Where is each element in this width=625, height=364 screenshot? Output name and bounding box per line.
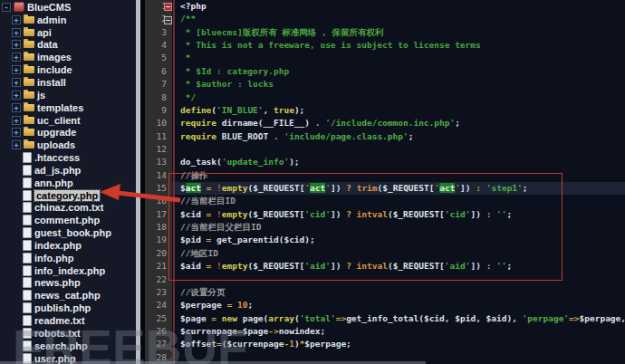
expand-icon[interactable]: + — [12, 78, 21, 87]
expand-icon[interactable]: + — [12, 53, 21, 62]
code-text: //当前栏目父栏目ID — [172, 221, 625, 234]
tree-folder-admin[interactable]: +admin — [0, 14, 136, 26]
code-line[interactable]: 1<?php — [145, 0, 625, 13]
file-icon — [23, 328, 32, 339]
code-editor[interactable]: 1<?php2/**3 * [bluecms]版权所有 标准网络 , 保留所有权… — [145, 0, 625, 364]
tree-file-readme.txt[interactable]: readme.txt — [0, 314, 136, 327]
code-line[interactable]: 17$cid = !empty($_REQUEST['cid']) ? intv… — [145, 208, 625, 221]
code-line[interactable]: 18//当前栏目父栏目ID — [145, 221, 625, 234]
tree-item-label: guest_book.php — [34, 227, 111, 238]
code-line[interactable]: 23//设置分页 — [145, 286, 625, 299]
code-text: require dirname(__FILE__) . '/include/co… — [172, 117, 625, 129]
tree-folder-include[interactable]: +include — [0, 63, 136, 76]
code-text: $act = !empty($_REQUEST['act']) ? trim($… — [172, 182, 625, 195]
tree-file-search.php[interactable]: search.php — [0, 340, 136, 352]
tree-folder-js[interactable]: +js — [0, 89, 136, 101]
tree-file-publish.php[interactable]: publish.php — [0, 302, 136, 314]
tree-file-ann.php[interactable]: ann.php — [0, 177, 136, 189]
file-icon — [23, 253, 32, 263]
code-line[interactable]: 20//地区ID — [145, 247, 625, 260]
tree-folder-api[interactable]: +api — [0, 26, 136, 39]
expand-icon[interactable]: + — [12, 116, 21, 125]
line-number: 13 — [145, 156, 172, 168]
code-line[interactable]: 7 * $author : lucks — [145, 78, 625, 91]
expand-icon[interactable]: + — [12, 40, 21, 49]
expand-icon[interactable]: + — [12, 15, 21, 24]
tree-folder-images[interactable]: +images — [0, 51, 136, 63]
tree-item-label: .htaccess — [34, 152, 80, 163]
tree-file-guest_book.php[interactable]: guest_book.php — [0, 226, 136, 239]
expand-icon[interactable]: + — [12, 103, 21, 112]
expand-icon[interactable]: + — [12, 28, 21, 37]
tree-file-category.php[interactable]: category.php — [0, 189, 136, 202]
code-text: $offset=($currenpage-1)*$perpage; — [172, 338, 625, 350]
tree-folder-install[interactable]: +install — [0, 76, 136, 89]
collapse-icon[interactable]: - — [2, 3, 11, 12]
code-line[interactable]: 19$pid = get_parentid($cid); — [145, 234, 625, 246]
fold-collapse-icon[interactable] — [164, 16, 172, 24]
fold-collapse-icon[interactable] — [164, 3, 172, 11]
tree-folder-upgrade[interactable]: +upgrade — [0, 126, 136, 139]
code-line[interactable]: 14//操作 — [145, 169, 625, 182]
tree-folder-templates[interactable]: +templates — [0, 101, 136, 114]
code-text: do_task('update_info'); — [172, 156, 625, 168]
tree-file-info.php[interactable]: info.php — [0, 252, 136, 264]
tree-item-label: uploads — [37, 139, 75, 150]
file-icon — [23, 290, 32, 301]
code-line[interactable]: 16//当前栏目ID — [145, 195, 625, 207]
line-number: 6 — [145, 65, 172, 78]
folder-icon — [24, 79, 34, 86]
code-line[interactable]: 12 — [145, 143, 625, 156]
tree-item-label: js — [37, 90, 45, 101]
code-text: $perpage = 10; — [172, 299, 625, 311]
tree-file-info_index.php[interactable]: info_index.php — [0, 264, 136, 277]
project-icon — [14, 2, 24, 12]
code-line[interactable]: 11require BLUE_ROOT . 'include/page.clas… — [145, 130, 625, 143]
file-icon — [23, 315, 32, 326]
file-tree: -BlueCMS+admin+api+data+images+include+i… — [0, 0, 136, 364]
tree-folder-data[interactable]: +data — [0, 39, 136, 52]
tree-file-robots.txt[interactable]: robots.txt — [0, 327, 136, 340]
tree-file-comment.php[interactable]: comment.php — [0, 214, 136, 226]
folder-icon — [24, 104, 34, 111]
code-line[interactable]: 13do_task('update_info'); — [145, 156, 625, 168]
pane-divider — [140, 0, 145, 364]
expand-icon[interactable]: + — [12, 91, 21, 100]
folder-icon — [24, 129, 34, 136]
tree-root-bluecms[interactable]: -BlueCMS — [0, 1, 136, 14]
code-line[interactable]: 15$act = !empty($_REQUEST['act']) ? trim… — [145, 182, 625, 195]
code-line[interactable]: 9define('IN_BLUE', true); — [145, 104, 625, 117]
expand-icon[interactable]: + — [12, 140, 21, 149]
code-line[interactable]: 27$offset=($currenpage-1)*$perpage; — [145, 338, 625, 350]
line-number: 25 — [145, 312, 172, 325]
tree-file-news_cat.php[interactable]: news_cat.php — [0, 289, 136, 302]
code-line[interactable]: 22 — [145, 273, 625, 286]
tree-file-index.php[interactable]: index.php — [0, 239, 136, 252]
code-line[interactable]: 8 */ — [145, 91, 625, 104]
tree-file-news.php[interactable]: news.php — [0, 277, 136, 290]
line-number: 3 — [145, 26, 172, 39]
line-number: 4 — [145, 39, 172, 52]
code-line[interactable]: 10require dirname(__FILE__) . '/include/… — [145, 117, 625, 129]
code-line[interactable]: 26$currenpage=$page->nowindex; — [145, 325, 625, 338]
code-text: * [bluecms]版权所有 标准网络 , 保留所有权利 — [172, 26, 625, 39]
code-line[interactable]: 4 * This is not a freeware, use is subje… — [145, 39, 625, 52]
code-line[interactable]: 3 * [bluecms]版权所有 标准网络 , 保留所有权利 — [145, 26, 625, 39]
code-line[interactable]: 24$perpage = 10; — [145, 299, 625, 311]
code-line[interactable]: 21$aid = !empty($_REQUEST['aid']) ? intv… — [145, 260, 625, 273]
code-line[interactable]: 2/** — [145, 13, 625, 25]
tree-item-label: images — [37, 52, 72, 62]
file-icon — [23, 277, 32, 288]
tree-file-ad_js.php[interactable]: ad_js.php — [0, 164, 136, 177]
tree-file-.htaccess[interactable]: .htaccess — [0, 151, 136, 164]
tree-file-chinaz.com.txt[interactable]: chinaz.com.txt — [0, 202, 136, 215]
tree-folder-uc_client[interactable]: +uc_client — [0, 114, 136, 127]
code-line[interactable]: 6 * $Id : category.php — [145, 65, 625, 78]
code-line[interactable]: 25$page = new page(array('total'=>get_in… — [145, 312, 625, 325]
code-line[interactable]: 5 * — [145, 52, 625, 64]
expand-icon[interactable]: + — [12, 65, 21, 74]
expand-icon[interactable]: + — [12, 128, 21, 137]
file-icon — [23, 190, 32, 201]
tree-folder-uploads[interactable]: +uploads — [0, 139, 136, 151]
file-icon — [23, 202, 32, 213]
